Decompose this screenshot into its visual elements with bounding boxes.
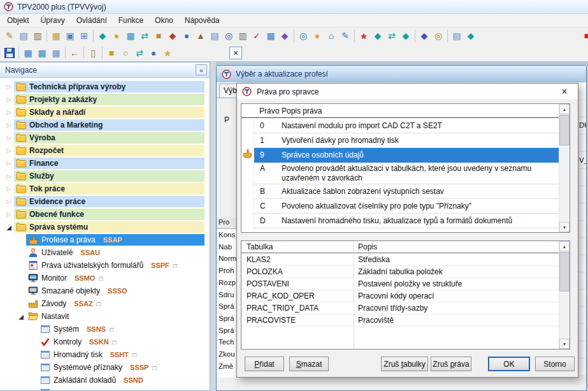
keys-button[interactable]: ○ [118, 46, 133, 60]
expander-collapsed-icon[interactable]: ▷ [4, 198, 14, 205]
collapse-panel-button[interactable]: « [196, 64, 207, 75]
dialog-close-button[interactable]: × [556, 86, 573, 98]
expander-collapsed-icon[interactable]: ▷ [4, 147, 14, 154]
printer-button[interactable]: ▥ [236, 29, 250, 43]
scroll-thumb[interactable] [559, 252, 570, 291]
rights-row-b[interactable]: BAktualizace šablon zobrazení výstupních… [254, 184, 559, 199]
expander-collapsed-icon[interactable]: ▷ [4, 109, 14, 115]
star-gold-button[interactable]: * [161, 46, 175, 60]
tree-item-vyroba[interactable]: ▷Výroba [0, 131, 210, 144]
table-row-prac-kod-oper[interactable]: PRAC_KOD_OPERPracovní kódy operací [241, 290, 559, 302]
expander-collapsed-icon[interactable]: ▷ [4, 122, 14, 128]
rights-row-a[interactable]: APovoleno provádět aktualizaci v tabulká… [254, 163, 559, 184]
tree-item-prava-uzivatelskych-formularu[interactable]: Práva uživatelských formulářůSSPF□ [0, 259, 210, 272]
table-button[interactable]: ▦ [264, 29, 278, 43]
close-view-button[interactable]: × [229, 47, 242, 59]
lock-button[interactable]: ■ [152, 29, 166, 43]
tree-item-systemove-priznaky[interactable]: Systémové příznakySSSP□ [0, 361, 210, 374]
tree-item-partial[interactable] [0, 387, 210, 390]
rights-row-0[interactable]: 0Nastavení modulu pro import CAD C2T a S… [254, 119, 559, 133]
check-grid-button[interactable]: ✓ [250, 29, 264, 43]
tree-item-obecne-funkce[interactable]: ▷Obecné funkce [0, 208, 210, 221]
tree-item-sprava-systemu[interactable]: ◢Správa systému [0, 221, 210, 233]
gem-b-button[interactable]: ◆ [399, 29, 413, 43]
tree-item-evidence-prace[interactable]: ▷Evidence práce [0, 195, 210, 208]
rights-row-c[interactable]: CPovoleno aktualizovat číselníky pro pol… [254, 199, 559, 214]
users-button[interactable]: ● [147, 46, 161, 60]
table-filter-button[interactable]: ▦ [35, 46, 49, 60]
tree-item-kontroly[interactable]: KontrolySSKN□ [0, 336, 210, 348]
tree-item-hromadny-tisk[interactable]: Hromadný tiskSSHT□ [0, 348, 210, 361]
menu-okno[interactable]: Okno [149, 14, 179, 27]
expander-expanded-icon[interactable]: ◢ [4, 224, 14, 231]
page-button[interactable]: ▤ [450, 29, 464, 43]
tree-item-tok-prace[interactable]: ▷Tok práce [0, 182, 210, 195]
copy-document-button[interactable]: ▥ [31, 29, 45, 43]
layout-window-button[interactable]: ▣ [63, 29, 77, 43]
back-red-button[interactable]: ← [68, 46, 82, 60]
clipped-edge-button[interactable]: ■ [580, 29, 588, 43]
table-row-postaveni[interactable]: POSTAVENIPostavení položky ve struktuře [241, 278, 559, 290]
menu-objekt[interactable]: Objekt [1, 14, 35, 27]
menu-ovladani[interactable]: Ovládání [71, 14, 113, 27]
menu-funkce[interactable]: Funkce [113, 14, 149, 27]
table-row-polozka[interactable]: POLOZKAZákladní tabulka položek [241, 266, 559, 278]
expander-collapsed-icon[interactable]: ▷ [4, 96, 14, 103]
coins-button[interactable]: ● [110, 29, 124, 43]
tree-item-technicka-priprava-vyroby[interactable]: ▷Technická příprava výroby [0, 80, 210, 93]
document-button[interactable]: ▤ [17, 29, 31, 43]
scroll-down-button[interactable] [559, 222, 570, 232]
scroll-up-button[interactable] [559, 241, 570, 251]
diamond-blue-button[interactable]: ◆ [417, 29, 431, 43]
table-row-prac-tridy-data[interactable]: PRAC_TRIDY_DATAPracovní třídy-sazby [241, 302, 559, 314]
storno-button[interactable]: Storno [535, 357, 575, 371]
rights-row-9[interactable]: 9Správce osobních údajů [254, 148, 559, 163]
table-columns-button[interactable]: ▦ [49, 46, 63, 60]
zrus-tabulky-button[interactable]: Zruš tabulky [381, 357, 428, 371]
parts-box-button[interactable]: ▦ [124, 29, 138, 43]
lock-gold-button[interactable]: ■ [104, 46, 118, 60]
table-browse-button[interactable]: ▦ [21, 46, 35, 60]
tree-item-smazane-objekty[interactable]: Smazané objektySSSO [0, 284, 210, 297]
tree-item-zakladani-dokladu[interactable]: Zakládání dokladůSSND [0, 374, 210, 387]
gem-purple-button[interactable]: ◆ [278, 29, 292, 43]
menu-upravy[interactable]: Úpravy [35, 14, 71, 27]
door-exit-button[interactable]: ▯ [86, 46, 100, 60]
tree-item-system[interactable]: SystémSSNS□ [0, 323, 210, 336]
scroll-up-button[interactable] [559, 104, 570, 114]
tree-item-uzivatele[interactable]: UživateléSSAU [0, 246, 210, 259]
gem-c-button[interactable]: ◆ [464, 29, 478, 43]
tree-structure-button[interactable]: ⊞ [77, 29, 91, 43]
ok-button[interactable]: OK [488, 357, 530, 371]
tree-item-zavody[interactable]: ZávodySSAZ□ [0, 297, 210, 310]
tree-item-obchod-a-marketing[interactable]: ▷Obchod a Marketing [0, 119, 210, 131]
menu-napoveda[interactable]: Nápověda [179, 14, 226, 27]
save-button[interactable] [4, 48, 15, 58]
search-button[interactable]: ◎ [222, 29, 236, 43]
coin-button[interactable]: ● [310, 29, 324, 43]
pridat-button[interactable]: Přidat [245, 357, 284, 371]
tree-item-nastavit[interactable]: ◢Nastavit [0, 310, 210, 323]
expander-collapsed-icon[interactable]: ▷ [4, 186, 14, 192]
expander-collapsed-icon[interactable]: ▷ [4, 160, 14, 166]
burst-red-button[interactable]: * [357, 29, 371, 43]
rights-row-1[interactable]: 1Vytvoření dávky pro hromadný tisk [254, 133, 559, 148]
tree-item-finance[interactable]: ▷Finance [0, 157, 210, 170]
expander-collapsed-icon[interactable]: ▷ [4, 135, 14, 141]
gem-a-button[interactable]: ◆ [371, 29, 385, 43]
table-row-klas2[interactable]: KLAS2Střediska [241, 254, 559, 266]
edit-notes-button[interactable]: ✎ [3, 29, 17, 43]
scroll-down-button[interactable] [559, 339, 570, 349]
sheet-button[interactable]: ▤ [208, 29, 222, 43]
panel-splitter[interactable] [210, 62, 216, 391]
tree-item-sklady-a-naradi[interactable]: ▷Sklady a nářadí [0, 106, 210, 119]
gem-swap-button[interactable]: ⇄ [385, 29, 399, 43]
expander-collapsed-icon[interactable]: ▷ [4, 84, 14, 90]
rights-scrollbar[interactable] [559, 104, 570, 232]
tree-item-projekty-a-zakazky[interactable]: ▷Projekty a zakázky [0, 93, 210, 106]
recycle-button[interactable]: ⇄ [133, 46, 147, 60]
tables-scrollbar[interactable] [559, 241, 570, 349]
tree-item-monitor[interactable]: MonitorSSMO□ [0, 272, 210, 284]
tree-item-profese-a-prava[interactable]: Profese a právaSSAP [0, 233, 210, 246]
clipped-tab[interactable]: Výbě [219, 84, 236, 98]
